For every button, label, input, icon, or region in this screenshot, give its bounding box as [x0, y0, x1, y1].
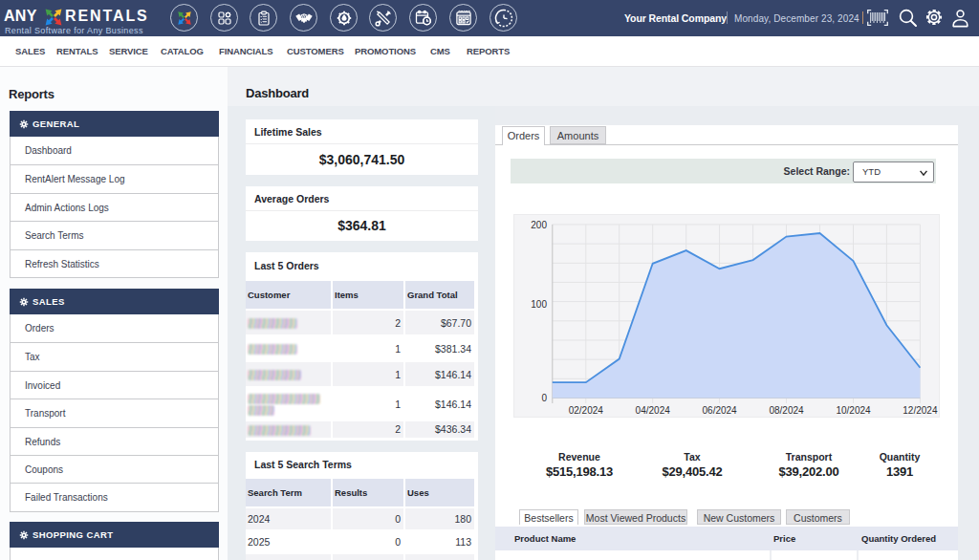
svg-text:100: 100 [531, 299, 547, 310]
svg-text:04/2024: 04/2024 [636, 405, 671, 416]
svg-text:12/2024: 12/2024 [903, 405, 938, 416]
svg-text:02/2024: 02/2024 [569, 405, 604, 416]
svg-text:200: 200 [531, 220, 547, 230]
svg-text:06/2024: 06/2024 [703, 405, 738, 416]
svg-text:08/2024: 08/2024 [769, 405, 804, 416]
svg-text:0: 0 [541, 393, 547, 403]
svg-text:10/2024: 10/2024 [836, 405, 871, 416]
